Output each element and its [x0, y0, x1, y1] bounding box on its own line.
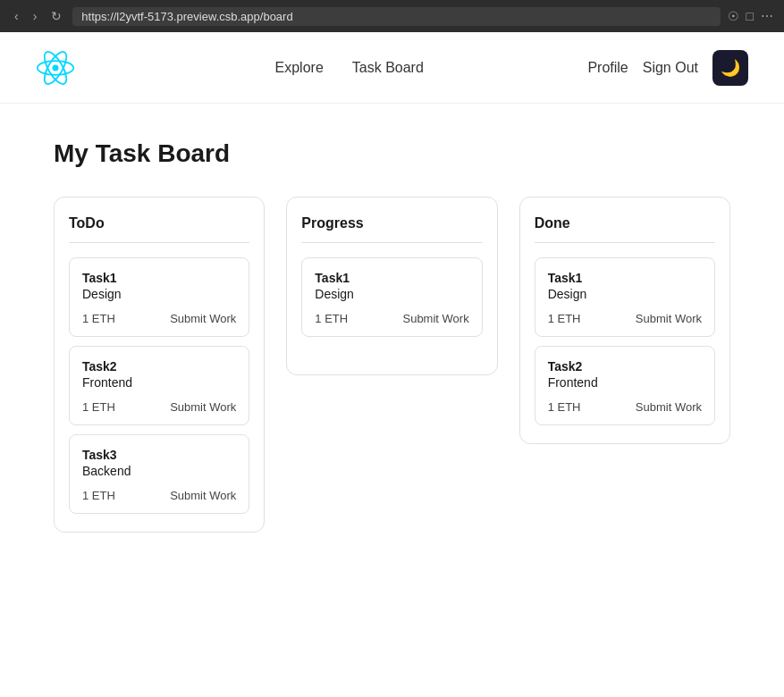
task-name-progress-0: Task1 — [315, 271, 468, 285]
nav-task-board[interactable]: Task Board — [352, 60, 424, 76]
main-content: My Task Board ToDoTask1Design1 ETHSubmit… — [0, 104, 784, 568]
profile-link[interactable]: Profile — [587, 60, 628, 76]
task-footer-todo-2: 1 ETHSubmit Work — [82, 489, 236, 502]
column-done: DoneTask1Design1 ETHSubmit WorkTask2Fron… — [519, 197, 730, 444]
column-title-progress: Progress — [301, 215, 482, 243]
task-card-todo-1: Task2Frontend1 ETHSubmit Work — [69, 346, 249, 425]
task-footer-done-1: 1 ETHSubmit Work — [548, 400, 702, 414]
task-name-todo-2: Task3 — [82, 448, 236, 462]
submit-work-button-todo-2[interactable]: Submit Work — [170, 489, 236, 502]
task-desc-todo-0: Design — [82, 287, 236, 301]
task-desc-progress-0: Design — [315, 287, 468, 301]
task-reward-done-0: 1 ETH — [548, 312, 581, 325]
task-footer-done-0: 1 ETHSubmit Work — [548, 312, 702, 325]
submit-work-button-done-1[interactable]: Submit Work — [636, 400, 702, 414]
app-header: Explore Task Board Profile Sign Out 🌙 — [0, 32, 784, 104]
task-desc-done-0: Design — [548, 287, 702, 301]
task-card-progress-0: Task1Design1 ETHSubmit Work — [301, 257, 482, 337]
browser-bookmark-icon[interactable]: ☉ — [728, 9, 739, 23]
submit-work-button-todo-0[interactable]: Submit Work — [170, 312, 236, 325]
submit-work-button-todo-1[interactable]: Submit Work — [170, 400, 236, 414]
browser-chrome: ‹ › ↻ https://l2yvtf-5173.preview.csb.ap… — [0, 0, 784, 32]
task-footer-progress-0: 1 ETHSubmit Work — [315, 312, 468, 325]
task-footer-todo-0: 1 ETHSubmit Work — [82, 312, 236, 325]
browser-actions: ☉ □ ⋯ — [728, 9, 773, 23]
task-footer-todo-1: 1 ETHSubmit Work — [82, 400, 236, 414]
column-cards-todo: Task1Design1 ETHSubmit WorkTask2Frontend… — [69, 257, 249, 514]
column-progress: ProgressTask1Design1 ETHSubmit Work — [286, 197, 497, 375]
nav-explore[interactable]: Explore — [275, 60, 324, 76]
back-button[interactable]: ‹ — [11, 7, 22, 25]
task-reward-todo-0: 1 ETH — [82, 312, 115, 325]
svg-point-0 — [52, 64, 58, 71]
column-cards-progress: Task1Design1 ETHSubmit Work — [301, 257, 482, 337]
task-card-todo-0: Task1Design1 ETHSubmit Work — [69, 257, 249, 337]
page-title: My Task Board — [54, 139, 730, 168]
logo-container — [36, 48, 75, 88]
task-card-done-1: Task2Frontend1 ETHSubmit Work — [535, 346, 715, 425]
sign-out-link[interactable]: Sign Out — [643, 60, 698, 76]
browser-share-icon[interactable]: □ — [746, 9, 754, 23]
header-actions: Profile Sign Out 🌙 — [587, 50, 748, 86]
url-text: https://l2yvtf-5173.preview.csb.app/boar… — [81, 10, 292, 23]
browser-menu-icon[interactable]: ⋯ — [761, 9, 773, 23]
task-desc-todo-1: Frontend — [82, 375, 236, 390]
task-reward-todo-2: 1 ETH — [82, 489, 115, 502]
task-reward-done-1: 1 ETH — [548, 400, 581, 414]
task-name-done-0: Task1 — [548, 271, 702, 285]
submit-work-button-progress-0[interactable]: Submit Work — [402, 312, 468, 325]
task-card-done-0: Task1Design1 ETHSubmit Work — [535, 257, 715, 337]
task-reward-progress-0: 1 ETH — [315, 312, 348, 325]
url-bar[interactable]: https://l2yvtf-5173.preview.csb.app/boar… — [72, 7, 720, 26]
task-desc-done-1: Frontend — [548, 375, 702, 390]
column-title-done: Done — [535, 215, 715, 243]
task-board: ToDoTask1Design1 ETHSubmit WorkTask2Fron… — [54, 197, 730, 533]
column-cards-done: Task1Design1 ETHSubmit WorkTask2Frontend… — [535, 257, 715, 425]
task-reward-todo-1: 1 ETH — [82, 400, 115, 414]
task-name-todo-0: Task1 — [82, 271, 236, 285]
main-nav: Explore Task Board — [111, 60, 587, 76]
column-todo: ToDoTask1Design1 ETHSubmit WorkTask2Fron… — [54, 197, 265, 533]
task-desc-todo-2: Backend — [82, 464, 236, 478]
dark-mode-toggle[interactable]: 🌙 — [712, 50, 748, 86]
task-name-done-1: Task2 — [548, 359, 702, 374]
submit-work-button-done-0[interactable]: Submit Work — [636, 312, 702, 325]
react-logo-icon — [36, 48, 75, 88]
refresh-button[interactable]: ↻ — [47, 7, 65, 25]
task-name-todo-1: Task2 — [82, 359, 236, 374]
forward-button[interactable]: › — [30, 7, 41, 25]
task-card-todo-2: Task3Backend1 ETHSubmit Work — [69, 434, 249, 514]
column-title-todo: ToDo — [69, 215, 249, 243]
